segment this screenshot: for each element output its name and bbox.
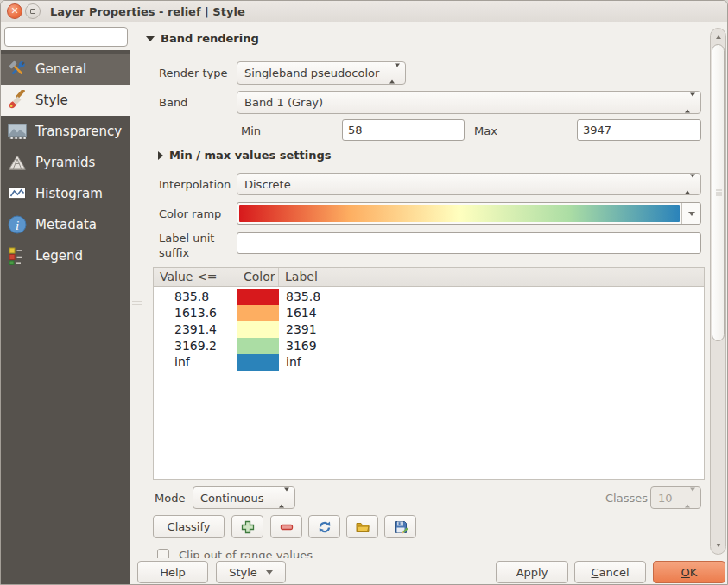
table-header[interactable]: Value <= Color Label xyxy=(154,268,704,287)
spinner-arrows-icon xyxy=(685,96,695,109)
image-icon xyxy=(7,121,28,142)
legend-icon xyxy=(7,245,28,266)
remove-icon xyxy=(279,519,294,535)
table-row[interactable]: 3169.2 3169 xyxy=(154,338,704,354)
maximize-icon[interactable] xyxy=(25,3,41,19)
table-row[interactable]: inf inf xyxy=(154,354,704,371)
interpolation-select[interactable]: Discrete xyxy=(237,173,701,195)
tools-icon xyxy=(7,59,28,79)
spinner-arrows-icon xyxy=(685,492,695,505)
color-swatch[interactable] xyxy=(237,321,279,338)
color-ramp-gradient xyxy=(239,205,680,222)
table-row[interactable]: 1613.6 1614 xyxy=(154,305,704,321)
min-label: Min xyxy=(241,124,261,137)
scroll-down-icon[interactable] xyxy=(711,538,725,552)
layer-properties-dialog: ✕ Layer Properties - relief | Style Gene… xyxy=(0,0,728,585)
render-type-select[interactable]: Singleband pseudocolor xyxy=(237,61,406,85)
min-input[interactable] xyxy=(342,119,465,141)
column-header-value[interactable]: Value <= xyxy=(154,268,237,286)
classify-button[interactable]: Classify xyxy=(153,515,225,538)
column-header-label[interactable]: Label xyxy=(279,268,704,286)
help-button[interactable]: Help xyxy=(137,561,208,583)
sidebar-item-label: Transparency xyxy=(35,124,122,139)
expand-arrow-icon xyxy=(158,151,163,160)
sidebar-item-histogram[interactable]: Histogram xyxy=(1,178,130,209)
scrollbar-thumb[interactable] xyxy=(712,44,725,341)
close-icon[interactable]: ✕ xyxy=(7,3,22,19)
histogram-icon xyxy=(7,183,28,204)
clip-checkbox-row: Clip out of range values xyxy=(153,545,412,558)
classification-table: Value <= Color Label 835.8 835.8 1613.6 … xyxy=(153,267,705,480)
ok-button[interactable]: OK xyxy=(653,561,725,583)
sidebar: General Style xyxy=(1,50,130,585)
refresh-icon xyxy=(317,519,332,535)
sidebar-item-general[interactable]: General xyxy=(1,54,130,85)
sidebar-item-label: Metadata xyxy=(35,217,97,232)
window-title: Layer Properties - relief | Style xyxy=(50,1,245,22)
classes-spinbox[interactable]: 10 xyxy=(650,486,701,509)
sidebar-item-label: Histogram xyxy=(35,186,103,201)
style-menu-button[interactable]: Style xyxy=(216,561,286,583)
max-label: Max xyxy=(474,124,497,137)
apply-button[interactable]: Apply xyxy=(496,561,568,583)
color-ramp-select[interactable] xyxy=(237,202,701,225)
label-unit-suffix-label: Label unit suffix xyxy=(159,231,230,260)
remove-entry-button[interactable] xyxy=(270,515,302,538)
paintbrush-icon xyxy=(7,90,28,111)
sidebar-item-metadata[interactable]: i Metadata xyxy=(1,209,130,240)
dropdown-arrow-icon[interactable] xyxy=(681,203,700,224)
save-colormap-button[interactable] xyxy=(384,515,416,538)
color-swatch[interactable] xyxy=(237,338,279,354)
spinner-arrows-icon xyxy=(279,492,289,505)
table-body: 835.8 835.8 1613.6 1614 2391.4 2391 3169… xyxy=(154,287,704,371)
collapse-arrow-icon xyxy=(146,36,155,41)
scroll-up-icon[interactable] xyxy=(711,30,725,44)
sidebar-item-label: General xyxy=(35,61,86,77)
cancel-button[interactable]: Cancel xyxy=(574,561,646,583)
sidebar-item-legend[interactable]: Legend xyxy=(1,240,130,271)
color-ramp-label: Color ramp xyxy=(159,207,221,220)
add-entry-button[interactable] xyxy=(231,515,263,538)
svg-text:i: i xyxy=(16,219,19,232)
mode-label: Mode xyxy=(155,492,185,505)
sidebar-item-pyramids[interactable]: Pyramids xyxy=(1,147,130,178)
scrollbar-grip xyxy=(716,188,722,198)
table-row[interactable]: 2391.4 2391 xyxy=(154,321,704,338)
color-swatch[interactable] xyxy=(237,354,279,371)
band-select[interactable]: Band 1 (Gray) xyxy=(237,91,701,114)
render-type-label: Render type xyxy=(159,67,227,79)
mode-select[interactable]: Continuous xyxy=(193,486,295,509)
max-input[interactable] xyxy=(577,119,701,141)
spinner-arrows-icon xyxy=(389,67,400,79)
sidebar-item-style[interactable]: Style xyxy=(1,85,130,116)
sidebar-item-transparency[interactable]: Transparency xyxy=(1,116,130,147)
dropdown-arrow-icon xyxy=(266,570,273,575)
vertical-scrollbar[interactable] xyxy=(710,28,726,555)
info-icon: i xyxy=(7,214,28,235)
table-row[interactable]: 835.8 835.8 xyxy=(154,289,704,305)
titlebar: ✕ Layer Properties - relief | Style xyxy=(1,1,727,22)
add-icon xyxy=(240,519,256,535)
sidebar-item-label: Style xyxy=(35,92,68,108)
sidebar-item-label: Legend xyxy=(35,248,83,264)
pyramid-icon xyxy=(7,152,28,173)
band-label: Band xyxy=(159,96,187,109)
sidebar-item-label: Pyramids xyxy=(35,155,95,170)
column-header-color[interactable]: Color xyxy=(237,268,279,286)
splitter-handle[interactable] xyxy=(132,298,142,311)
band-rendering-header[interactable]: Band rendering xyxy=(146,32,259,45)
interpolation-label: Interpolation xyxy=(159,178,231,191)
open-folder-icon xyxy=(355,519,370,535)
clip-checkbox[interactable] xyxy=(157,549,169,558)
spinner-arrows-icon xyxy=(685,178,695,191)
clip-checkbox-label: Clip out of range values xyxy=(179,549,313,559)
label-unit-suffix-input[interactable] xyxy=(237,232,701,254)
classes-label: Classes xyxy=(605,492,648,505)
refresh-button[interactable] xyxy=(308,515,340,538)
color-swatch[interactable] xyxy=(237,289,279,305)
load-colormap-button[interactable] xyxy=(346,515,378,538)
save-icon xyxy=(393,519,408,535)
minmax-settings-header[interactable]: Min / max values settings xyxy=(158,149,331,162)
color-swatch[interactable] xyxy=(237,305,279,321)
sidebar-filter-input[interactable] xyxy=(4,27,128,47)
